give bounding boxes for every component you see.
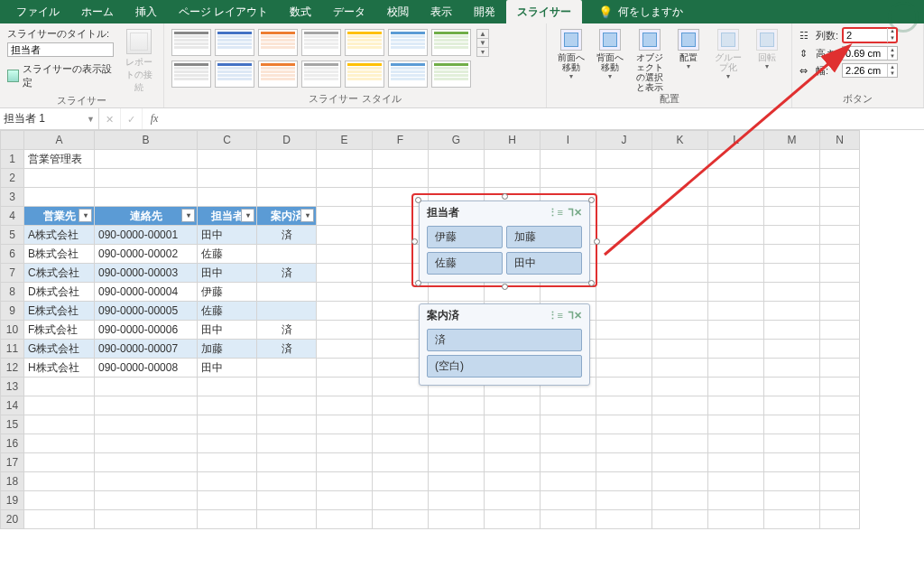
cell[interactable] [373, 453, 429, 472]
row-header[interactable]: 7 [1, 264, 24, 283]
cell[interactable] [24, 453, 95, 472]
style-thumb[interactable] [431, 29, 471, 56]
cell[interactable] [373, 472, 429, 491]
cell[interactable] [820, 359, 860, 378]
table-cell[interactable]: F株式会社 [24, 321, 95, 340]
cell[interactable] [820, 434, 860, 453]
table-cell[interactable]: 済 [257, 264, 317, 283]
cell[interactable] [541, 510, 596, 529]
table-cell[interactable]: 090-0000-00005 [95, 302, 198, 321]
cell[interactable] [820, 340, 860, 359]
bring-forward-button[interactable]: 前面へ移動▾ [554, 27, 588, 80]
cell[interactable] [652, 378, 708, 396]
cell[interactable] [764, 321, 820, 340]
cell[interactable] [317, 415, 373, 434]
table-cell[interactable]: 090-0000-00006 [95, 321, 198, 340]
cell[interactable] [317, 396, 373, 415]
table-header[interactable]: 案内済▾ [257, 207, 317, 226]
cell[interactable] [652, 340, 708, 359]
row-header[interactable]: 1 [1, 150, 24, 169]
cell[interactable] [257, 378, 317, 396]
style-thumb[interactable] [388, 61, 428, 88]
style-thumb[interactable] [301, 29, 341, 56]
cell[interactable] [24, 510, 95, 529]
row-header[interactable]: 11 [1, 340, 24, 359]
row-header[interactable]: 3 [1, 188, 24, 207]
cell[interactable] [317, 188, 373, 207]
cell[interactable] [652, 396, 708, 415]
resize-handle[interactable] [415, 197, 421, 203]
cell[interactable] [596, 453, 652, 472]
cell[interactable] [541, 434, 596, 453]
cell[interactable] [317, 472, 373, 491]
tab-slicer[interactable]: スライサー [506, 0, 582, 23]
table-cell[interactable]: A株式会社 [24, 226, 95, 245]
style-thumb[interactable] [215, 61, 254, 88]
col-header[interactable]: K [652, 131, 708, 150]
row-header[interactable]: 9 [1, 302, 24, 321]
multi-select-icon[interactable]: ⋮≡ [548, 310, 563, 322]
row-header[interactable]: 16 [1, 434, 24, 453]
cell[interactable] [764, 207, 820, 226]
table-header[interactable]: 営業先▾ [24, 207, 95, 226]
row-header[interactable]: 18 [1, 472, 24, 491]
cell[interactable] [373, 510, 429, 529]
slicer-title-input[interactable] [7, 42, 114, 57]
cell[interactable] [317, 150, 373, 169]
cell[interactable] [764, 510, 820, 529]
cell[interactable] [24, 491, 95, 510]
cell[interactable] [708, 150, 764, 169]
cell[interactable] [652, 491, 708, 510]
slicer-annaizumi[interactable]: 案内済 ⋮≡ ⅂✕ 済(空白) [419, 303, 590, 386]
table-cell[interactable]: 090-0000-00001 [95, 226, 198, 245]
cell[interactable] [429, 434, 485, 453]
cell[interactable] [429, 491, 485, 510]
cell[interactable] [198, 415, 257, 434]
cell[interactable] [257, 434, 317, 453]
resize-handle[interactable] [502, 284, 508, 290]
cell[interactable] [198, 434, 257, 453]
cell[interactable] [652, 302, 708, 321]
table-cell[interactable]: 加藤 [198, 340, 257, 359]
row-header[interactable]: 4 [1, 207, 24, 226]
tab-insert[interactable]: 挿入 [125, 0, 168, 23]
cell[interactable] [596, 150, 652, 169]
cell[interactable] [485, 434, 541, 453]
cell[interactable] [596, 302, 652, 321]
cell[interactable] [764, 359, 820, 378]
cell[interactable] [708, 264, 764, 283]
cell[interactable] [95, 472, 198, 491]
cell[interactable] [708, 226, 764, 245]
col-header[interactable]: F [373, 131, 429, 150]
table-cell[interactable]: C株式会社 [24, 264, 95, 283]
cell[interactable] [95, 378, 198, 396]
cell[interactable] [317, 453, 373, 472]
table-cell[interactable]: 090-0000-00004 [95, 283, 198, 302]
cell[interactable] [764, 415, 820, 434]
cell[interactable] [596, 472, 652, 491]
cell[interactable] [24, 378, 95, 396]
cell[interactable] [485, 150, 541, 169]
cell[interactable] [820, 472, 860, 491]
col-header[interactable]: B [95, 131, 198, 150]
tab-data[interactable]: データ [322, 0, 376, 23]
cell[interactable] [317, 245, 373, 264]
cell[interactable] [24, 188, 95, 207]
row-header[interactable]: 8 [1, 283, 24, 302]
col-header[interactable]: A [24, 131, 95, 150]
cell[interactable] [820, 510, 860, 529]
table-cell[interactable]: 090-0000-00008 [95, 359, 198, 378]
clear-filter-icon[interactable]: ⅂✕ [568, 207, 582, 219]
row-header[interactable]: 19 [1, 491, 24, 510]
style-thumb[interactable] [171, 61, 211, 88]
style-thumb[interactable] [171, 29, 211, 56]
col-header[interactable]: C [198, 131, 257, 150]
row-header[interactable]: 2 [1, 169, 24, 188]
cell[interactable] [429, 396, 485, 415]
cell[interactable] [820, 321, 860, 340]
cell[interactable] [541, 169, 596, 188]
style-thumb[interactable] [301, 61, 341, 88]
filter-button[interactable]: ▾ [79, 209, 92, 222]
cell[interactable] [24, 472, 95, 491]
table-cell[interactable]: 済 [257, 321, 317, 340]
